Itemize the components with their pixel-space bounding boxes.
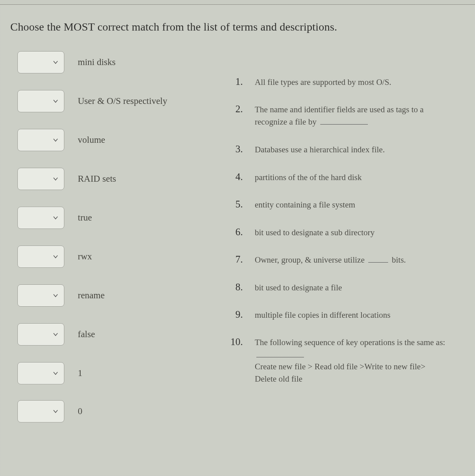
- match-dropdown-5[interactable]: [17, 207, 64, 229]
- description-row: 4. partitions of the of the hard disk: [226, 171, 448, 183]
- description-row: 2. The name and identifier fields are us…: [226, 104, 448, 128]
- term-row: rename: [17, 284, 216, 307]
- description-number: 5.: [226, 199, 246, 210]
- chevron-down-icon: [53, 176, 58, 182]
- terms-column: mini disks User & O/S respectively volum…: [17, 51, 216, 439]
- description-row: 3. Databases use a hierarchical index fi…: [226, 144, 448, 155]
- match-dropdown-10[interactable]: [17, 400, 64, 422]
- description-row: 1. All file types are supported by most …: [226, 76, 448, 88]
- description-text: Databases use a hierarchical index file.: [246, 144, 448, 155]
- blank-line: [320, 124, 368, 125]
- description-text-pre: The following sequence of key operations…: [255, 338, 445, 347]
- description-text-post: bits.: [392, 255, 406, 265]
- description-text-pre: Owner, group, & universe utilize: [255, 255, 365, 265]
- chevron-down-icon: [53, 60, 58, 65]
- match-dropdown-2[interactable]: [17, 90, 64, 112]
- term-row: false: [17, 323, 216, 345]
- match-dropdown-4[interactable]: [17, 168, 64, 190]
- description-number: 10.: [226, 336, 246, 347]
- term-label: RAID sets: [78, 174, 116, 184]
- chevron-down-icon: [53, 98, 58, 104]
- term-row: User & O/S respectively: [17, 90, 216, 112]
- top-rule: [0, 0, 475, 5]
- match-dropdown-9[interactable]: [17, 362, 64, 384]
- term-row: true: [17, 207, 216, 229]
- chevron-down-icon: [53, 215, 58, 221]
- term-label: mini disks: [78, 57, 115, 67]
- description-number: 4.: [226, 171, 246, 182]
- chevron-down-icon: [53, 370, 58, 376]
- description-text: The following sequence of key operations…: [246, 336, 448, 385]
- term-row: RAID sets: [17, 168, 216, 190]
- instruction-text: Choose the MOST correct match from the l…: [10, 21, 337, 33]
- description-text: partitions of the of the hard disk: [246, 171, 448, 183]
- blank-line: [368, 262, 388, 263]
- term-row: mini disks: [17, 51, 216, 73]
- term-label: rwx: [78, 251, 92, 262]
- term-row: 0: [17, 400, 216, 422]
- term-label: volume: [78, 135, 105, 145]
- match-dropdown-7[interactable]: [17, 284, 64, 307]
- match-dropdown-3[interactable]: [17, 129, 64, 151]
- term-label: true: [78, 213, 92, 223]
- chevron-down-icon: [53, 332, 58, 337]
- description-number: 2.: [226, 104, 246, 115]
- description-text: multiple file copies in different locati…: [246, 309, 448, 321]
- match-dropdown-6[interactable]: [17, 246, 64, 268]
- description-text-pre: The name and identifier fields are used …: [255, 105, 424, 126]
- description-number: 6.: [226, 226, 246, 238]
- term-row: rwx: [17, 246, 216, 268]
- description-text-post: Create new file > Read old file >Write t…: [255, 362, 425, 383]
- description-row: 8. bit used to designate a file: [226, 282, 448, 294]
- term-row: volume: [17, 129, 216, 151]
- description-text: bit used to designate a file: [246, 282, 448, 294]
- description-row: 10. The following sequence of key operat…: [226, 336, 448, 385]
- description-row: 6. bit used to designate a sub directory: [226, 226, 448, 238]
- description-text: bit used to designate a sub directory: [246, 226, 448, 238]
- term-label: 0: [78, 406, 83, 416]
- term-label: false: [78, 329, 95, 340]
- term-label: User & O/S respectively: [78, 96, 167, 106]
- descriptions-column: 1. All file types are supported by most …: [226, 76, 448, 400]
- description-row: 9. multiple file copies in different loc…: [226, 309, 448, 321]
- description-row: 7. Owner, group, & universe utilize bits…: [226, 254, 448, 266]
- match-dropdown-8[interactable]: [17, 323, 64, 345]
- chevron-down-icon: [53, 409, 58, 414]
- description-text: All file types are supported by most O/S…: [246, 76, 448, 88]
- match-dropdown-1[interactable]: [17, 51, 64, 73]
- description-number: 1.: [226, 76, 246, 87]
- chevron-down-icon: [53, 137, 58, 143]
- term-label: rename: [78, 290, 105, 301]
- description-text: Owner, group, & universe utilize bits.: [246, 254, 448, 266]
- description-number: 3.: [226, 144, 246, 155]
- chevron-down-icon: [53, 254, 58, 259]
- description-number: 9.: [226, 309, 246, 320]
- description-number: 8.: [226, 282, 246, 293]
- description-text: entity containing a file system: [246, 199, 448, 211]
- description-row: 5. entity containing a file system: [226, 199, 448, 211]
- description-number: 7.: [226, 254, 246, 265]
- description-text: The name and identifier fields are used …: [246, 104, 448, 128]
- blank-line: [256, 357, 304, 357]
- term-row: 1: [17, 362, 216, 384]
- term-label: 1: [78, 368, 83, 378]
- chevron-down-icon: [53, 293, 58, 298]
